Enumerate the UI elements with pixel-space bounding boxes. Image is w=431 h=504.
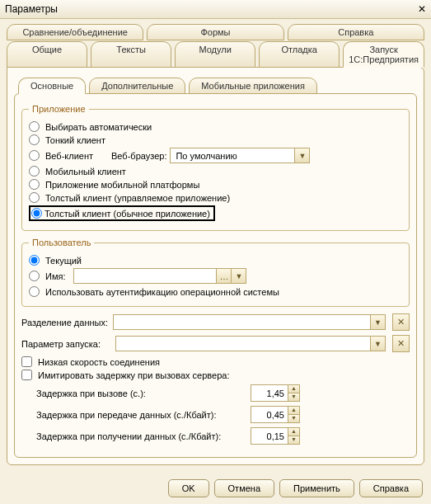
spin-up-icon[interactable]: ▲: [288, 407, 299, 415]
ok-button[interactable]: OK: [168, 479, 209, 497]
tab-general[interactable]: Общие: [7, 41, 87, 68]
chevron-down-icon[interactable]: ▼: [370, 315, 385, 329]
tab-modules[interactable]: Модули: [175, 41, 255, 68]
web-browser-combo[interactable]: По умолчанию ▼: [170, 148, 310, 163]
ellipsis-icon[interactable]: …: [216, 269, 231, 283]
checkbox-emulate-delay[interactable]: [21, 370, 32, 380]
application-legend: Приложение: [29, 104, 89, 114]
launch-param-combo[interactable]: ▼: [115, 336, 386, 351]
main-panel: Основные Дополнительные Мобильные прилож…: [7, 67, 424, 465]
radio-thick-managed[interactable]: [29, 192, 40, 203]
tab-compare-merge[interactable]: Сравнение/объединение: [7, 24, 143, 40]
radio-web-label: Веб-клиент: [45, 151, 93, 161]
web-browser-label: Веб-браузер:: [111, 151, 166, 161]
tab-launch-1c[interactable]: Запуск 1С:Предприятия: [343, 41, 424, 68]
content-area: Сравнение/объединение Формы Справка Общи…: [0, 19, 431, 472]
highlighted-option: Толстый клиент (обычное приложение): [29, 205, 215, 221]
delay-call-input[interactable]: [251, 389, 288, 398]
tab-row-3: Основные Дополнительные Мобильные прилож…: [18, 78, 417, 94]
chevron-down-icon[interactable]: ▼: [370, 337, 385, 351]
close-icon[interactable]: ✕: [418, 3, 426, 15]
web-browser-value: По умолчанию: [171, 151, 294, 161]
button-bar: OK Отмена Применить Справка: [168, 479, 423, 497]
delay-recv-label: Задержка при получении данных (с./Кбайт)…: [36, 431, 251, 441]
delay-send-label: Задержка при передаче данных (с./Кбайт):: [36, 410, 251, 420]
radio-web[interactable]: [29, 150, 40, 161]
tab-debug[interactable]: Отладка: [259, 41, 340, 68]
tab-main[interactable]: Основные: [18, 78, 86, 94]
launch-param-clear-button[interactable]: ✕: [392, 335, 410, 352]
data-split-clear-button[interactable]: ✕: [392, 313, 410, 331]
spin-up-icon[interactable]: ▲: [288, 428, 299, 436]
radio-current-user[interactable]: [29, 255, 40, 266]
radio-auto[interactable]: [29, 121, 40, 132]
inner-panel: Приложение Выбирать автоматически Тонкий…: [14, 93, 417, 458]
data-split-combo[interactable]: ▼: [113, 314, 386, 330]
user-group: Пользователь Текущий Имя: … ▼ Использова…: [21, 238, 410, 307]
chevron-down-icon[interactable]: ▼: [294, 148, 309, 163]
spin-up-icon[interactable]: ▲: [288, 385, 299, 393]
delay-send-spinner[interactable]: ▲▼: [251, 406, 300, 423]
radio-mobile-client-label: Мобильный клиент: [45, 167, 126, 177]
delay-call-label: Задержка при вызове (с.):: [36, 389, 251, 398]
radio-name-user[interactable]: [29, 271, 40, 281]
radio-thin[interactable]: [29, 134, 40, 145]
checkbox-low-speed-label: Низкая скорость соединения: [38, 357, 160, 367]
tab-texts[interactable]: Тексты: [91, 41, 171, 68]
tab-row-1: Сравнение/объединение Формы Справка: [7, 24, 424, 40]
radio-thick-managed-label: Толстый клиент (управляемое приложение): [45, 193, 230, 203]
spin-down-icon[interactable]: ▼: [288, 393, 299, 401]
spin-down-icon[interactable]: ▼: [288, 436, 299, 444]
user-legend: Пользователь: [29, 238, 94, 247]
radio-current-user-label: Текущий: [45, 256, 82, 266]
radio-mobile-app[interactable]: [29, 179, 40, 190]
radio-os-auth-label: Использовать аутентификацию операционной…: [45, 287, 279, 297]
radio-name-user-label: Имя:: [45, 271, 65, 281]
delay-recv-spinner[interactable]: ▲▼: [251, 427, 300, 445]
cancel-button[interactable]: Отмена: [214, 479, 274, 497]
radio-thick-ordinary[interactable]: [31, 208, 42, 219]
tab-row-2: Общие Тексты Модули Отладка Запуск 1С:Пр…: [7, 41, 424, 68]
window-title: Параметры: [5, 3, 58, 15]
user-name-combo[interactable]: … ▼: [73, 268, 246, 284]
radio-thick-ordinary-label: Толстый клиент (обычное приложение): [45, 209, 210, 219]
launch-param-label: Параметр запуска:: [21, 339, 110, 349]
tab-mobile-apps[interactable]: Мобильные приложения: [189, 78, 317, 94]
radio-mobile-client[interactable]: [29, 166, 40, 177]
tab-help[interactable]: Справка: [288, 24, 424, 40]
radio-mobile-app-label: Приложение мобильной платформы: [45, 180, 199, 190]
application-group: Приложение Выбирать автоматически Тонкий…: [21, 104, 410, 231]
checkbox-low-speed[interactable]: [21, 356, 32, 367]
help-button[interactable]: Справка: [359, 479, 423, 497]
delay-send-input[interactable]: [251, 410, 288, 420]
apply-button[interactable]: Применить: [279, 479, 354, 497]
radio-thin-label: Тонкий клиент: [45, 135, 105, 145]
radio-os-auth[interactable]: [29, 286, 40, 297]
tab-forms[interactable]: Формы: [147, 24, 283, 40]
delay-recv-input[interactable]: [251, 431, 288, 441]
spin-down-icon[interactable]: ▼: [288, 415, 299, 422]
chevron-down-icon[interactable]: ▼: [231, 269, 246, 283]
tab-additional[interactable]: Дополнительные: [89, 78, 185, 94]
radio-auto-label: Выбирать автоматически: [45, 122, 152, 132]
checkbox-emulate-delay-label: Имитировать задержку при вызовах сервера…: [38, 370, 229, 380]
delay-call-spinner[interactable]: ▲▼: [251, 384, 300, 402]
title-bar: Параметры ✕: [0, 0, 431, 19]
data-split-label: Разделение данных:: [21, 318, 108, 327]
